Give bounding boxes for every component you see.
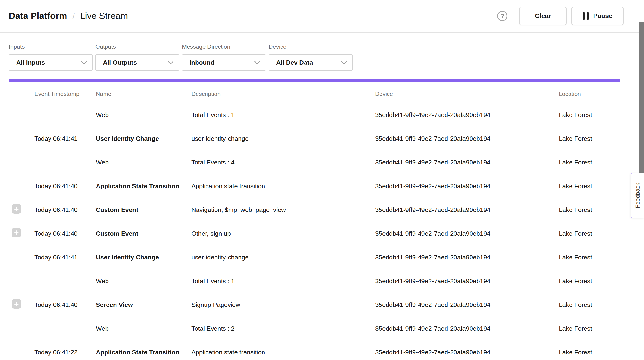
feedback-tab-label: Feedback	[634, 183, 641, 208]
filter-label: Device	[268, 43, 352, 50]
event-name: Custom Event	[96, 230, 192, 237]
event-device: 35eddb41-9ff9-49e2-7aed-20afa90eb194	[375, 206, 559, 214]
event-location: Lake Forest	[559, 254, 620, 261]
message-direction-dropdown[interactable]: Inbound	[182, 54, 266, 71]
help-icon[interactable]: ?	[497, 11, 508, 21]
event-description: Application state transition	[192, 182, 375, 190]
table-row[interactable]: Today 06:41:40 Custom Event Navigation, …	[9, 198, 620, 222]
filter-outputs: Outputs All Outputs	[95, 43, 179, 71]
event-device: 35eddb41-9ff9-49e2-7aed-20afa90eb194	[375, 230, 559, 237]
table-row[interactable]: Today 06:41:40 Application State Transit…	[9, 174, 620, 198]
event-name: Web	[96, 277, 192, 285]
event-timestamp: Today 06:41:41	[34, 254, 96, 261]
event-timestamp: Today 06:41:40	[34, 301, 96, 309]
event-location: Lake Forest	[559, 230, 620, 237]
inputs-dropdown[interactable]: All Inputs	[9, 54, 93, 71]
event-name: User Identity Change	[96, 135, 192, 143]
event-description: user-identity-change	[192, 135, 375, 143]
event-description: Signup Pageview	[192, 301, 375, 309]
event-location: Lake Forest	[559, 206, 620, 214]
event-description: Total Events : 2	[192, 325, 375, 332]
event-device: 35eddb41-9ff9-49e2-7aed-20afa90eb194	[375, 254, 559, 261]
pause-button[interactable]: Pause	[572, 7, 624, 25]
column-header-device: Device	[375, 91, 559, 97]
table-row[interactable]: Web Total Events : 1 35eddb41-9ff9-49e2-…	[9, 269, 620, 293]
chevron-down-icon	[81, 61, 87, 64]
event-location: Lake Forest	[559, 111, 620, 119]
plus-icon	[12, 299, 21, 309]
filter-device: Device All Dev Data	[268, 43, 352, 71]
table-row[interactable]: Web Total Events : 2 35eddb41-9ff9-49e2-…	[9, 317, 620, 340]
expand-button[interactable]	[12, 228, 21, 237]
filter-inputs: Inputs All Inputs	[9, 43, 93, 71]
filters-bar: Inputs All Inputs Outputs All Outputs Me…	[0, 43, 644, 71]
event-location: Lake Forest	[559, 325, 620, 332]
table-body: Web Total Events : 1 35eddb41-9ff9-49e2-…	[9, 102, 620, 360]
event-description: Navigation, $mp_web_page_view	[192, 206, 375, 214]
page-title: Live Stream	[80, 11, 128, 21]
event-timestamp: Today 06:41:41	[34, 135, 96, 143]
chevron-down-icon	[341, 61, 347, 64]
question-glyph: ?	[500, 12, 504, 20]
table-header-row: Event Timestamp Name Description Device …	[9, 82, 620, 102]
clear-button[interactable]: Clear	[519, 7, 566, 25]
filter-label: Outputs	[95, 43, 179, 50]
table-row[interactable]: Web Total Events : 4 35eddb41-9ff9-49e2-…	[9, 151, 620, 174]
expand-button[interactable]	[12, 299, 21, 309]
event-description: Total Events : 1	[192, 277, 375, 285]
pause-icon	[582, 12, 589, 20]
table-row[interactable]: Today 06:41:41 User Identity Change user…	[9, 127, 620, 151]
plus-icon	[12, 228, 21, 237]
table-row[interactable]: Today 06:41:40 Custom Event Other, sign …	[9, 222, 620, 245]
live-stream-page: Data Platform / Live Stream ? Clear Paus…	[0, 0, 644, 360]
dropdown-value: Inbound	[190, 59, 254, 66]
event-name: Application State Transition	[96, 182, 192, 190]
event-device: 35eddb41-9ff9-49e2-7aed-20afa90eb194	[375, 135, 559, 143]
accent-divider	[9, 79, 620, 82]
column-header-description: Description	[192, 91, 375, 97]
breadcrumb-separator: /	[72, 11, 75, 21]
event-location: Lake Forest	[559, 182, 620, 190]
event-location: Lake Forest	[559, 277, 620, 285]
event-device: 35eddb41-9ff9-49e2-7aed-20afa90eb194	[375, 325, 559, 332]
event-location: Lake Forest	[559, 349, 620, 356]
feedback-tab[interactable]: Feedback	[631, 173, 644, 218]
event-timestamp: Today 06:41:40	[34, 206, 96, 214]
event-timestamp: Today 06:41:40	[34, 230, 96, 237]
app-header: Data Platform / Live Stream ? Clear Paus…	[0, 0, 644, 33]
event-name: Web	[96, 159, 192, 166]
chevron-down-icon	[254, 61, 260, 64]
table-row[interactable]: Today 06:41:41 User Identity Change user…	[9, 245, 620, 269]
plus-icon	[12, 204, 21, 214]
expand-button[interactable]	[12, 204, 21, 214]
filter-label: Inputs	[9, 43, 93, 50]
device-dropdown[interactable]: All Dev Data	[268, 54, 352, 71]
event-device: 35eddb41-9ff9-49e2-7aed-20afa90eb194	[375, 111, 559, 119]
event-description: Other, sign up	[192, 230, 375, 237]
table-row[interactable]: Today 06:41:22 Application State Transit…	[9, 340, 620, 360]
event-device: 35eddb41-9ff9-49e2-7aed-20afa90eb194	[375, 349, 559, 356]
chevron-down-icon	[168, 61, 174, 64]
table-row[interactable]: Web Total Events : 1 35eddb41-9ff9-49e2-…	[9, 103, 620, 127]
scrollbar-thumb[interactable]	[639, 22, 644, 174]
header-actions: ? Clear Pause	[497, 7, 624, 25]
event-description: Total Events : 1	[192, 111, 375, 119]
event-name: Web	[96, 325, 192, 332]
event-description: user-identity-change	[192, 254, 375, 261]
event-device: 35eddb41-9ff9-49e2-7aed-20afa90eb194	[375, 159, 559, 166]
breadcrumb-section[interactable]: Data Platform	[9, 11, 67, 21]
event-name: Screen View	[96, 301, 192, 309]
outputs-dropdown[interactable]: All Outputs	[95, 54, 179, 71]
event-name: Custom Event	[96, 206, 192, 214]
pause-button-label: Pause	[593, 12, 612, 20]
events-table: Event Timestamp Name Description Device …	[9, 82, 620, 360]
breadcrumb: Data Platform / Live Stream	[9, 11, 128, 21]
event-timestamp: Today 06:41:40	[34, 182, 96, 190]
event-name: User Identity Change	[96, 254, 192, 261]
event-device: 35eddb41-9ff9-49e2-7aed-20afa90eb194	[375, 182, 559, 190]
column-header-name: Name	[96, 91, 192, 97]
column-header-location: Location	[559, 91, 620, 97]
event-timestamp: Today 06:41:22	[34, 349, 96, 356]
table-row[interactable]: Today 06:41:40 Screen View Signup Pagevi…	[9, 293, 620, 317]
dropdown-value: All Outputs	[103, 59, 168, 66]
